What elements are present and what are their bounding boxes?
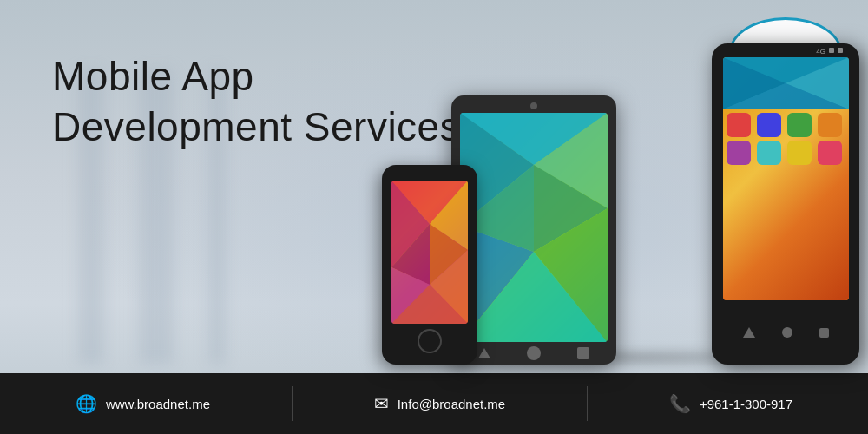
- footer-email: ✉ Info@broadnet.me: [374, 393, 505, 414]
- phone-small-art: [391, 181, 468, 324]
- phone-large-status-bar: 4G: [725, 43, 846, 57]
- footer: 🌐 www.broadnet.me ✉ Info@broadnet.me 📞 +…: [0, 373, 868, 434]
- phone-large-screen-top: [723, 57, 849, 109]
- app-icon-6: [757, 141, 781, 165]
- app-icon-1: [727, 113, 751, 137]
- app-icon-8: [818, 141, 842, 165]
- phone-large-screen-main: [723, 109, 849, 300]
- tablet-camera: [530, 102, 537, 109]
- footer-phone: 📞 +961-1-300-917: [669, 393, 792, 414]
- devices-showcase: 4G: [330, 0, 868, 373]
- main-content: Mobile App Development Services Broad Ne…: [0, 0, 868, 373]
- app-icon-5: [727, 141, 751, 165]
- globe-icon: 🌐: [76, 393, 97, 414]
- tablet-art: [460, 113, 608, 342]
- phone-large-nav-recent: [819, 328, 829, 338]
- phone-icon: 📞: [669, 393, 691, 414]
- status-wifi-icon: [829, 48, 834, 53]
- phone-large-nav-back: [743, 327, 755, 338]
- app-icon-4: [818, 113, 842, 137]
- phone-large-screen: [723, 57, 849, 300]
- footer-divider-2: [587, 386, 588, 421]
- tablet-nav-home: [527, 346, 541, 360]
- phone-small-screen: [391, 181, 468, 324]
- tablet-nav-recent: [577, 347, 589, 359]
- app-icon-7: [787, 141, 812, 165]
- phone-large-nav: [712, 300, 859, 365]
- page-container: Mobile App Development Services Broad Ne…: [0, 0, 868, 434]
- footer-website: 🌐 www.broadnet.me: [76, 393, 210, 414]
- footer-email-label: Info@broadnet.me: [398, 397, 505, 411]
- app-icons-grid: [723, 109, 849, 300]
- phone-large-top-art: [723, 57, 849, 109]
- tablet-nav-back: [478, 348, 490, 358]
- phone-large: 4G: [712, 43, 859, 365]
- tablet-screen: [460, 113, 608, 342]
- app-icon-3: [787, 113, 812, 137]
- status-battery-icon: [838, 48, 843, 53]
- footer-website-label: www.broadnet.me: [106, 397, 210, 411]
- footer-phone-label: +961-1-300-917: [700, 397, 792, 411]
- email-icon: ✉: [374, 393, 389, 414]
- phone-large-nav-home: [782, 327, 792, 338]
- app-icon-2: [757, 113, 781, 137]
- footer-divider-1: [292, 386, 293, 421]
- phone-small-home-button: [418, 329, 442, 353]
- phone-small: [382, 165, 477, 365]
